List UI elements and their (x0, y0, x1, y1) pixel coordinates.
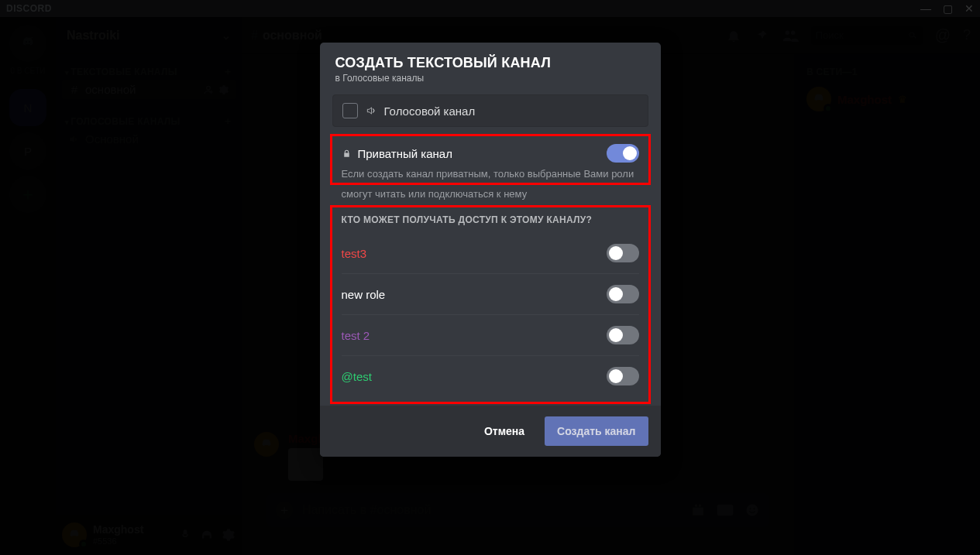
checkbox[interactable] (342, 103, 358, 118)
role-row: @test (342, 356, 639, 396)
role-row: test3 (342, 233, 639, 274)
private-channel-row: Приватный канал Если создать канал прива… (332, 136, 648, 183)
window-minimize-button[interactable]: — (915, 0, 937, 17)
lock-icon (342, 149, 352, 159)
modal-title: СОЗДАТЬ ТЕКСТОВЫЙ КАНАЛ (335, 55, 645, 71)
private-desc-line2: смогут читать или подключаться к нему (332, 187, 648, 207)
access-question: КТО МОЖЕТ ПОЛУЧАТЬ ДОСТУП К ЭТОМУ КАНАЛУ… (342, 214, 639, 225)
modal-header: СОЗДАТЬ ТЕКСТОВЫЙ КАНАЛ в Голосовые кана… (320, 43, 661, 88)
role-access-toggle[interactable] (607, 244, 639, 262)
brand-wordmark: DISCORD (6, 3, 52, 14)
access-block: КТО МОЖЕТ ПОЛУЧАТЬ ДОСТУП К ЭТОМУ КАНАЛУ… (332, 207, 648, 403)
window-maximize-button[interactable]: ▢ (937, 0, 958, 17)
role-name: @test (342, 370, 372, 383)
cancel-button[interactable]: Отмена (472, 416, 537, 446)
role-row: new role (342, 274, 639, 315)
role-name: test3 (342, 247, 367, 260)
role-access-toggle[interactable] (607, 285, 639, 303)
role-row: test 2 (342, 315, 639, 356)
window-titlebar: DISCORD — ▢ ✕ (0, 0, 980, 17)
role-access-toggle[interactable] (607, 326, 639, 344)
private-label: Приватный канал (358, 147, 452, 160)
create-channel-button[interactable]: Создать канал (545, 416, 648, 446)
role-access-toggle[interactable] (607, 367, 639, 385)
role-name: new role (342, 288, 386, 301)
window-close-button[interactable]: ✕ (958, 0, 980, 17)
window-buttons: — ▢ ✕ (915, 0, 980, 17)
create-channel-modal: СОЗДАТЬ ТЕКСТОВЫЙ КАНАЛ в Голосовые кана… (320, 43, 661, 457)
modal-footer: Отмена Создать канал (320, 406, 661, 457)
modal-subtitle: в Голосовые каналы (335, 73, 645, 84)
role-name: test 2 (342, 329, 370, 342)
channel-type-voice-option[interactable]: Голосовой канал (332, 94, 648, 127)
speaker-icon (366, 105, 377, 116)
private-desc-line1: Если создать канал приватным, только выб… (342, 167, 639, 181)
private-toggle[interactable] (607, 144, 639, 163)
modal-body: Голосовой канал Приватный канал Если соз… (320, 88, 661, 406)
voice-type-label: Голосовой канал (384, 104, 476, 118)
